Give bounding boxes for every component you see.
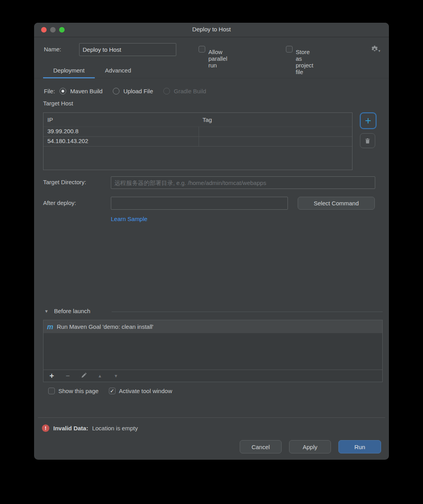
radio-unselected-icon xyxy=(113,88,119,94)
add-task-button[interactable]: + xyxy=(49,372,55,380)
radio-gradle-build: Gradle Build xyxy=(163,88,206,94)
run-button[interactable]: Run xyxy=(338,440,381,453)
before-launch-item-text: Run Maven Goal 'demo: clean install' xyxy=(57,323,154,330)
checkbox-checked-icon: ✓ xyxy=(109,388,116,394)
file-label: File: xyxy=(44,88,55,94)
titlebar: Deploy to Host xyxy=(34,23,389,37)
window-title: Deploy to Host xyxy=(34,26,389,33)
gear-icon xyxy=(371,45,378,53)
before-launch-toolbar: + − ▲ ▼ xyxy=(43,370,382,382)
remove-task-button[interactable]: − xyxy=(65,372,71,379)
apply-button[interactable]: Apply xyxy=(289,440,331,453)
table-header-row: IP Tag xyxy=(43,113,352,127)
table-row[interactable]: 39.99.200.8 xyxy=(43,127,352,137)
checkbox-box-icon xyxy=(199,46,205,53)
activate-tool-window-checkbox[interactable]: ✓ Activate tool window xyxy=(109,388,172,394)
edit-task-button[interactable] xyxy=(81,373,87,379)
after-deploy-label: After deploy: xyxy=(43,199,76,206)
plus-icon: + xyxy=(365,115,371,127)
validation-error-row: ! Invalid Data: Location is empty xyxy=(42,424,138,432)
collapse-arrow-icon[interactable]: ▼ xyxy=(44,309,49,314)
before-launch-item[interactable]: m Run Maven Goal 'demo: clean install' xyxy=(43,320,382,333)
name-label: Name: xyxy=(44,46,61,53)
pencil-icon xyxy=(81,373,87,378)
cell-ip: 39.99.200.8 xyxy=(47,128,78,134)
radio-disabled-icon xyxy=(163,88,170,94)
error-prefix: Invalid Data: xyxy=(53,425,88,431)
show-this-page-label: Show this page xyxy=(58,388,99,394)
radio-selected-icon xyxy=(60,88,66,94)
radio-maven-build[interactable]: Maven Build xyxy=(60,88,103,94)
delete-host-button[interactable] xyxy=(360,133,375,148)
move-down-button[interactable]: ▼ xyxy=(113,374,119,378)
activate-tool-window-label: Activate tool window xyxy=(119,388,172,394)
checkbox-box-icon xyxy=(48,388,55,394)
tab-deployment[interactable]: Deployment xyxy=(43,63,95,78)
tab-advanced[interactable]: Advanced xyxy=(95,63,141,78)
add-host-button[interactable]: + xyxy=(360,112,376,129)
target-directory-row: Target Directory: xyxy=(34,176,389,189)
store-as-project-file-checkbox[interactable]: Store as project file xyxy=(286,46,293,53)
error-icon: ! xyxy=(42,424,49,432)
checkbox-box-icon xyxy=(286,46,293,53)
name-input[interactable] xyxy=(79,43,176,56)
settings-gear-button[interactable]: ▾ xyxy=(371,45,383,54)
tab-bar: Deployment Advanced xyxy=(34,63,389,78)
move-up-button[interactable]: ▲ xyxy=(97,374,103,378)
before-launch-header: ▼ Before launch xyxy=(34,307,389,316)
before-launch-label: Before launch xyxy=(54,308,90,314)
allow-parallel-run-checkbox[interactable]: Allow parallel run xyxy=(199,46,205,53)
cancel-button[interactable]: Cancel xyxy=(240,440,282,453)
gear-dropdown-arrow-icon: ▾ xyxy=(378,49,380,53)
column-header-tag: Tag xyxy=(202,116,212,123)
radio-upload-file[interactable]: Upload File xyxy=(113,88,153,94)
before-launch-divider xyxy=(112,312,383,312)
target-directory-label: Target Directory: xyxy=(43,179,86,185)
deploy-dialog-window: Deploy to Host Name: Allow parallel run … xyxy=(34,23,389,460)
after-deploy-row: After deploy: Select Command xyxy=(34,197,389,210)
show-this-page-checkbox[interactable]: Show this page xyxy=(48,388,99,394)
footer-divider xyxy=(38,417,385,418)
maven-icon: m xyxy=(47,323,53,330)
name-row: Name: Allow parallel run Store as projec… xyxy=(34,43,389,56)
cell-ip: 54.180.143.202 xyxy=(47,138,88,144)
column-header-ip: IP xyxy=(47,116,53,123)
target-host-table[interactable]: IP Tag 39.99.200.8 54.180.143.202 xyxy=(43,112,352,170)
file-mode-row: File: Maven Build Upload File Gradle Bui… xyxy=(44,86,212,96)
select-command-button[interactable]: Select Command xyxy=(298,197,375,210)
after-deploy-input[interactable] xyxy=(111,197,288,210)
learn-sample-link[interactable]: Learn Sample xyxy=(111,216,147,222)
error-message: Location is empty xyxy=(92,425,138,431)
dialog-buttons-row: Cancel Apply Run xyxy=(34,440,381,453)
target-directory-input[interactable] xyxy=(111,176,375,189)
trash-icon xyxy=(365,138,371,144)
before-launch-list[interactable]: m Run Maven Goal 'demo: clean install' +… xyxy=(43,320,383,382)
table-row[interactable]: 54.180.143.202 xyxy=(43,136,352,147)
column-divider xyxy=(199,127,199,147)
target-host-label: Target Host xyxy=(43,100,73,107)
footer-options-row: Show this page ✓ Activate tool window xyxy=(48,388,172,394)
